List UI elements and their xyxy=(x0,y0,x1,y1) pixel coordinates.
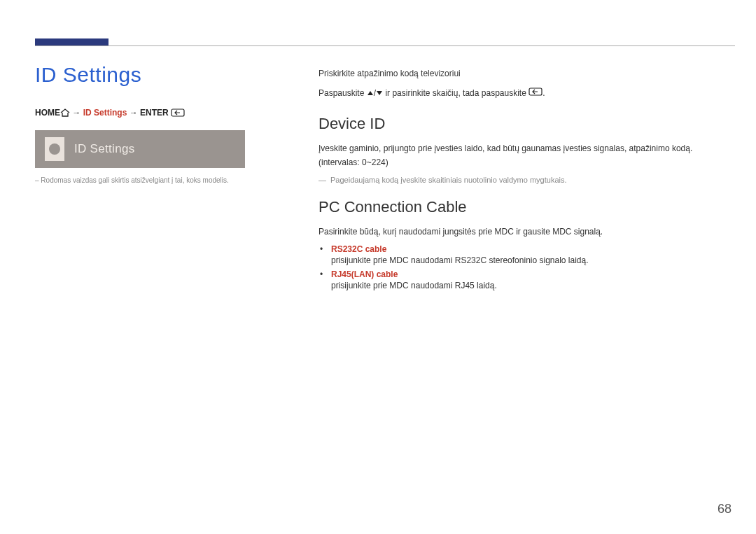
cable-name: RS232C cable xyxy=(331,244,728,254)
intro-line-2-prefix: Paspauskite xyxy=(318,88,367,98)
model-variance-note-text: Rodomas vaizdas gali skirtis atsižvelgia… xyxy=(41,176,228,184)
up-arrow-icon xyxy=(367,86,374,100)
cable-desc: prisijunkite prie MDC naudodami RS232C s… xyxy=(331,255,728,265)
intro-line-2-suffix: . xyxy=(542,88,545,98)
enter-icon xyxy=(171,108,185,118)
cable-name: RJ45(LAN) cable xyxy=(331,269,728,279)
intro-line-1: Priskirkite atpažinimo kodą televizoriui xyxy=(318,66,728,80)
ui-screenshot: ID Settings xyxy=(35,130,245,168)
breadcrumb-arrow-2: → xyxy=(130,108,140,118)
intro-line-2-mid: ir pasirinkite skaičių, tada paspauskite xyxy=(383,88,528,98)
down-arrow-icon xyxy=(376,86,383,100)
page-number: 68 xyxy=(718,502,732,517)
breadcrumb-home: HOME xyxy=(35,108,60,118)
pc-connection-heading: PC Connection Cable xyxy=(318,198,728,216)
page-title: ID Settings xyxy=(35,63,294,87)
left-column: ID Settings HOME → ID Settings → ENTER I… xyxy=(35,63,294,184)
enter-icon-inline xyxy=(528,88,542,98)
home-icon xyxy=(60,108,70,118)
cable-list: RS232C cable prisijunkite prie MDC naudo… xyxy=(318,244,728,290)
breadcrumb: HOME → ID Settings → ENTER xyxy=(35,108,294,118)
device-id-heading: Device ID xyxy=(318,115,728,133)
pc-connection-intro: Pasirinkite būdą, kurį naudodami jungsit… xyxy=(318,225,728,239)
breadcrumb-enter: ENTER xyxy=(140,108,169,118)
breadcrumb-arrow-1: → xyxy=(72,108,83,118)
breadcrumb-id-settings: ID Settings xyxy=(83,108,127,118)
screenshot-label: ID Settings xyxy=(74,142,134,156)
model-variance-note: – Rodomas vaizdas gali skirtis atsižvelg… xyxy=(35,176,294,184)
cable-desc: prisijunkite prie MDC naudodami RJ45 lai… xyxy=(331,281,728,290)
device-id-note: ―Pageidaujamą kodą įveskite skaitiniais … xyxy=(318,176,728,184)
intro-line-2: Paspauskite / ir pasirinkite skaičių, ta… xyxy=(318,86,728,100)
chapter-tab-marker xyxy=(35,38,108,45)
list-item: RS232C cable prisijunkite prie MDC naudo… xyxy=(331,244,728,265)
list-item: RJ45(LAN) cable prisijunkite prie MDC na… xyxy=(331,269,728,290)
right-column: Priskirkite atpažinimo kodą televizoriui… xyxy=(318,66,728,295)
page: ID Settings HOME → ID Settings → ENTER I… xyxy=(0,0,756,534)
top-rule xyxy=(35,45,735,46)
device-id-text: Įveskite gaminio, prijungto prie įvestie… xyxy=(318,141,728,170)
id-badge-icon xyxy=(45,137,64,161)
device-id-note-text: Pageidaujamą kodą įveskite skaitiniais n… xyxy=(330,176,567,184)
